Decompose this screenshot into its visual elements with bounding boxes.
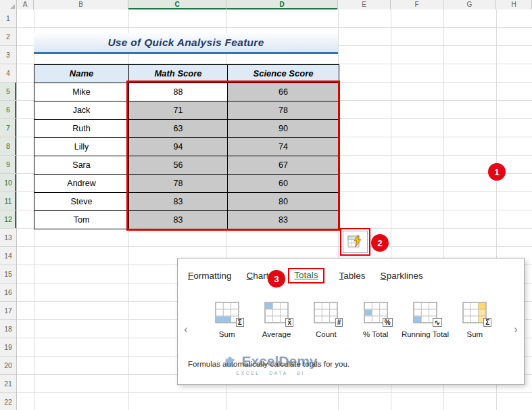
table-cell[interactable]: Lilly	[34, 138, 129, 156]
table-header-name[interactable]: Name	[34, 65, 129, 83]
row-header[interactable]: 3	[0, 46, 16, 64]
table-cell[interactable]: Andrew	[34, 175, 129, 193]
sum-columns-icon: Σ	[215, 302, 239, 323]
table-cell[interactable]: Jack	[34, 101, 129, 120]
row-header[interactable]: 1	[0, 9, 16, 28]
row-header[interactable]: 9	[0, 156, 16, 174]
panel-footer-text: Formulas automatically calculate totals …	[188, 360, 349, 368]
excel-window: A B C D E F G H 1 2 3 4 5 6 7 8 9 10 11 …	[0, 0, 532, 410]
row-header[interactable]: 4	[0, 64, 16, 83]
row-header[interactable]: 2	[0, 28, 16, 46]
step-badge-1: 1	[488, 163, 506, 181]
tab-tables[interactable]: Tables	[339, 271, 366, 281]
running-total-symbol: ∿	[433, 318, 442, 327]
row-header[interactable]: 18	[0, 320, 16, 338]
tab-label: ables	[343, 271, 365, 281]
totals-item-label: Sum	[219, 329, 235, 339]
quick-analysis-icon	[347, 234, 364, 250]
totals-item-label: Running Total	[402, 329, 449, 339]
column-header-b[interactable]: B	[34, 0, 128, 9]
average-symbol: x̄	[285, 318, 293, 327]
tab-label: F	[188, 271, 193, 281]
table-cell[interactable]: Mike	[34, 83, 129, 101]
row-header[interactable]: 11	[0, 192, 16, 210]
row-header[interactable]: 10	[0, 174, 16, 192]
column-header-h[interactable]: H	[496, 0, 532, 9]
totals-item-average[interactable]: x̄ Average	[251, 302, 301, 339]
sum-symbol: Σ	[483, 318, 491, 327]
tab-label: S	[381, 271, 387, 281]
totals-item-label: Sum	[466, 329, 483, 339]
totals-item-sum-columns[interactable]: Σ Sum	[202, 302, 251, 339]
row-header-column: 1 2 3 4 5 6 7 8 9 10 11 12 13 14 15 16 1…	[0, 9, 17, 410]
totals-item-label: Count	[316, 329, 337, 339]
row-header[interactable]: 22	[0, 393, 16, 410]
tab-formatting[interactable]: Formatting	[188, 271, 232, 281]
totals-options-row: Σ Sum x̄ Average	[202, 302, 500, 339]
column-header-row: A B C D E F G H	[0, 0, 532, 9]
step-badge-3: 3	[268, 270, 285, 288]
column-header-e[interactable]: E	[338, 0, 391, 9]
column-header-c[interactable]: C	[128, 0, 226, 9]
row-header[interactable]: 20	[0, 357, 16, 375]
table-cell[interactable]: Tom	[34, 211, 129, 229]
row-header[interactable]: 6	[0, 101, 16, 119]
tab-sparklines[interactable]: Sparklines	[381, 271, 423, 281]
totals-item-label: % Total	[363, 329, 389, 339]
quick-analysis-tabs: Formatting Charts Totals Tables Sparklin…	[188, 268, 423, 283]
row-header[interactable]: 14	[0, 247, 16, 265]
count-symbol: #	[335, 318, 343, 327]
row-header[interactable]: 15	[0, 265, 16, 283]
running-total-icon: ∿	[413, 302, 437, 323]
percent-symbol: %	[383, 318, 393, 327]
count-icon: #	[314, 302, 338, 323]
scroll-right-arrow[interactable]: ›	[511, 323, 521, 336]
sum-symbol: Σ	[236, 318, 244, 327]
tab-totals[interactable]: Totals	[288, 268, 324, 283]
row-header[interactable]: 16	[0, 283, 16, 302]
column-header-a[interactable]: A	[17, 0, 34, 9]
row-header[interactable]: 8	[0, 137, 16, 156]
row-header[interactable]: 21	[0, 375, 16, 393]
column-header-f[interactable]: F	[391, 0, 443, 9]
row-header[interactable]: 7	[0, 119, 16, 137]
totals-item-count[interactable]: # Count	[301, 302, 351, 339]
step-badge-2: 2	[371, 234, 389, 252]
tab-label: ormatting	[193, 271, 231, 281]
totals-item-label: Average	[262, 329, 291, 339]
row-header[interactable]: 19	[0, 338, 16, 357]
column-header-g[interactable]: G	[443, 0, 496, 9]
selected-range-highlight	[126, 81, 340, 231]
table-cell[interactable]: Sara	[34, 156, 129, 175]
scroll-left-arrow[interactable]: ‹	[181, 323, 191, 336]
row-header[interactable]: 5	[0, 83, 16, 101]
row-header[interactable]: 12	[0, 210, 16, 229]
percent-total-icon: %	[364, 302, 388, 323]
quick-analysis-button[interactable]	[343, 231, 368, 253]
tab-label: parklines	[387, 271, 423, 281]
table-cell[interactable]: Ruth	[34, 120, 129, 138]
sum-rows-icon: Σ	[462, 302, 487, 323]
table-cell[interactable]: Steve	[34, 193, 129, 211]
tab-label: C	[247, 271, 253, 281]
quick-analysis-panel: Formatting Charts Totals Tables Sparklin…	[177, 258, 525, 385]
average-icon: x̄	[264, 302, 289, 323]
row-header[interactable]: 17	[0, 302, 16, 320]
tab-label: otals	[299, 270, 318, 280]
column-header-d[interactable]: D	[226, 0, 338, 9]
totals-item-running-total[interactable]: ∿ Running Total	[400, 302, 450, 339]
select-all-corner[interactable]	[0, 0, 17, 9]
totals-item-percent-total[interactable]: % % Total	[351, 302, 400, 339]
row-header[interactable]: 13	[0, 229, 16, 247]
worksheet-title: Use of Quick Analysis Feature	[34, 33, 338, 54]
totals-item-sum-rows[interactable]: Σ Sum	[450, 302, 500, 339]
